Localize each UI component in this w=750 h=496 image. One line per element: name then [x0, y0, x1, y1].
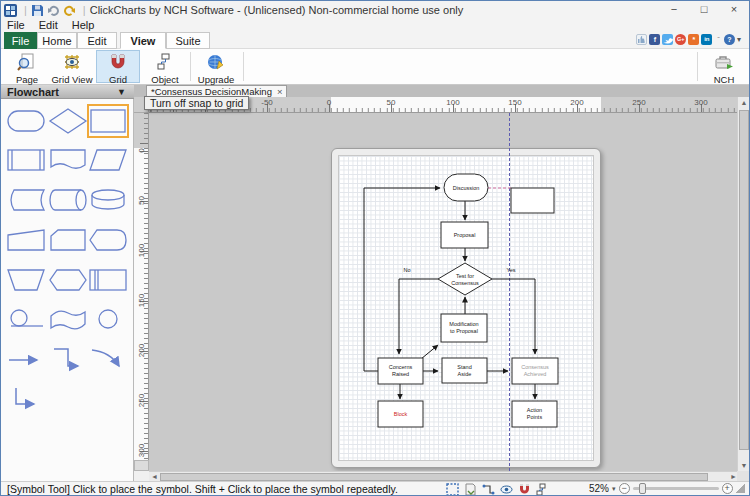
- svg-text:Raised: Raised: [392, 371, 409, 377]
- menu-file[interactable]: File: [7, 19, 33, 32]
- drawing-canvas[interactable]: Discussion Proposal Test for Consensus M…: [149, 113, 739, 471]
- scroll-right-icon[interactable]: ►: [730, 473, 737, 480]
- undo-icon[interactable]: [47, 4, 60, 17]
- svg-text:to Proposal: to Proposal: [450, 328, 478, 334]
- linkedin-icon[interactable]: in: [701, 34, 712, 45]
- vertical-ruler: 0 50 100 150 200 250 300: [134, 113, 149, 471]
- select-tool-icon[interactable]: [446, 483, 459, 496]
- palette-shape-data[interactable]: [87, 144, 129, 176]
- scroll-down-icon[interactable]: ▼: [738, 462, 750, 469]
- palette-shape-manual-input[interactable]: [5, 264, 47, 296]
- grid-snap-button[interactable]: Grid Snap: [96, 50, 140, 83]
- palette-shape-manual-operation[interactable]: [5, 224, 47, 256]
- tab-suite[interactable]: Suite: [166, 32, 210, 49]
- flowchart-layer: Discussion Proposal Test for Consensus M…: [149, 113, 739, 471]
- minimize-button[interactable]: −: [659, 1, 689, 19]
- node-block[interactable]: Block: [378, 401, 423, 427]
- palette-shape-display[interactable]: [87, 224, 129, 256]
- zoom-dropdown-icon[interactable]: ▾: [612, 485, 616, 493]
- scroll-left-icon[interactable]: ◄: [151, 473, 158, 480]
- menu-edit[interactable]: Edit: [39, 19, 66, 32]
- menu-help[interactable]: Help: [72, 19, 103, 32]
- clickcharts-window: | | ClickCharts by NCH Software - (Unlic…: [0, 0, 750, 496]
- grid-snap-icon[interactable]: [518, 483, 531, 496]
- palette-shape-database[interactable]: [87, 184, 129, 216]
- grid-view-icon[interactable]: [500, 483, 513, 496]
- node-discussion[interactable]: Discussion: [444, 174, 488, 201]
- scrollbar-corner: [737, 471, 749, 481]
- title-bar: | | ClickCharts by NCH Software - (Unlic…: [1, 1, 749, 19]
- palette-shape-internal-storage[interactable]: [87, 264, 129, 296]
- page-view-icon: [17, 53, 37, 71]
- node-modification-to-proposal[interactable]: Modification to Proposal: [441, 314, 487, 342]
- save-icon[interactable]: [31, 4, 44, 17]
- like-icon[interactable]: [636, 34, 647, 45]
- horizontal-scrollbar-thumb[interactable]: [160, 473, 708, 481]
- palette-shape-arrow[interactable]: [5, 344, 47, 376]
- tab-home[interactable]: Home: [37, 32, 77, 49]
- palette-category-dropdown[interactable]: Flowchart ▼: [1, 85, 134, 99]
- zoom-slider-handle[interactable]: [639, 483, 646, 494]
- upgrade-icon: [207, 53, 225, 71]
- palette-shape-elbow-arrow[interactable]: [47, 344, 89, 376]
- redo-icon[interactable]: [63, 4, 76, 17]
- grid-view-button[interactable]: Grid View: [50, 50, 94, 83]
- collapse-icon[interactable]: ˆ: [717, 35, 720, 44]
- object-snap-icon[interactable]: [536, 483, 549, 496]
- page-navigation-button[interactable]: [134, 460, 149, 471]
- facebook-icon[interactable]: f: [649, 34, 660, 45]
- palette-shape-curved-arrow[interactable]: [87, 344, 129, 376]
- ribbon-tab-row: File Home Edit View Suite f G+ * in ˆ ? …: [1, 32, 749, 49]
- zoom-in-button[interactable]: +: [722, 483, 733, 494]
- dropdown-icon[interactable]: ▾: [737, 35, 741, 44]
- palette-shape-direct-access[interactable]: [47, 184, 89, 216]
- horizontal-scrollbar[interactable]: ◄ ►: [149, 471, 739, 481]
- zoom-slider[interactable]: [633, 487, 719, 490]
- palette-shape-flag[interactable]: [47, 304, 89, 336]
- close-button[interactable]: ×: [719, 1, 749, 19]
- node-consensus-achieved[interactable]: Consensus Achieved: [512, 358, 558, 384]
- connector-tool-icon[interactable]: [482, 483, 495, 496]
- node-test-for-consensus[interactable]: Test for Consensus: [438, 263, 492, 295]
- node-concerns-raised[interactable]: Concerns Raised: [378, 358, 423, 384]
- palette-shape-connector[interactable]: [87, 304, 129, 336]
- palette-shape-elbow-arrow-down[interactable]: [5, 384, 47, 416]
- social-links: f G+ * in ˆ ? ▾: [636, 34, 741, 45]
- node-stand-aside[interactable]: Stand Aside: [442, 358, 487, 383]
- zoom-level[interactable]: 52%: [589, 483, 609, 494]
- palette-shape-decision[interactable]: [47, 105, 89, 137]
- vertical-scrollbar-thumb[interactable]: [739, 110, 749, 450]
- palette-shape-process[interactable]: [87, 105, 129, 137]
- svg-text:Proposal: Proposal: [454, 232, 476, 238]
- palette-shape-document[interactable]: [47, 144, 89, 176]
- palette-shape-delay[interactable]: [5, 304, 47, 336]
- upgrade-button[interactable]: Upgrade: [193, 50, 239, 83]
- twitter-icon[interactable]: [662, 34, 673, 45]
- status-bar: [Symbol Tool] Click to place the symbol.…: [1, 481, 749, 496]
- export-icon[interactable]: [464, 483, 477, 496]
- node-proposal[interactable]: Proposal: [441, 222, 488, 248]
- tab-file[interactable]: File: [4, 32, 37, 49]
- help-icon[interactable]: ?: [724, 34, 735, 45]
- palette-shape-terminator[interactable]: [5, 105, 47, 137]
- palette-shape-preparation[interactable]: [47, 264, 89, 296]
- object-snap-button[interactable]: Object Snap: [142, 50, 188, 83]
- maximize-button[interactable]: □: [689, 1, 719, 19]
- palette-shape-stored-data[interactable]: [5, 184, 47, 216]
- page-view-button[interactable]: Page View: [5, 50, 49, 83]
- node-action-points[interactable]: Action Points: [512, 401, 557, 427]
- resize-grip[interactable]: [736, 484, 745, 493]
- vertical-scrollbar[interactable]: ▲ ▼: [737, 97, 749, 471]
- tab-edit[interactable]: Edit: [77, 32, 117, 49]
- close-tab-icon[interactable]: ×: [277, 86, 283, 97]
- node-new-shape[interactable]: [511, 188, 554, 213]
- scroll-up-icon[interactable]: ▲: [738, 99, 750, 106]
- zoom-out-button[interactable]: −: [619, 483, 630, 494]
- share-icon[interactable]: *: [688, 34, 699, 45]
- nch-suite-button[interactable]: NCH Suite: [701, 50, 747, 83]
- googleplus-icon[interactable]: G+: [675, 34, 686, 45]
- palette-shape-predefined-process[interactable]: [5, 144, 47, 176]
- tab-view[interactable]: View: [120, 32, 166, 49]
- edge-label-no: No: [403, 267, 410, 273]
- palette-shape-card[interactable]: [47, 224, 89, 256]
